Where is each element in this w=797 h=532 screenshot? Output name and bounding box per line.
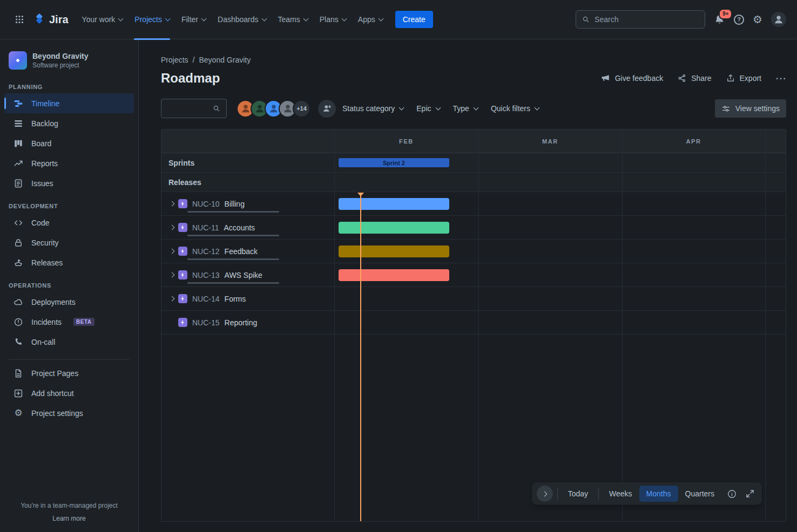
epic-row-nuc-10[interactable]: NUC-10 Billing [161, 192, 786, 216]
expand-chevron-icon[interactable] [166, 297, 178, 301]
sidebar-item-board[interactable]: Board [4, 133, 134, 153]
chevron-down-icon [435, 105, 441, 110]
profile-avatar[interactable] [771, 12, 786, 27]
epic-key: NUC-15 [192, 318, 220, 327]
sidebar-item-label: Issues [31, 179, 53, 188]
grid-icon [15, 15, 24, 24]
zoom-option-months[interactable]: Months [639, 486, 678, 502]
epic-bar[interactable] [339, 222, 449, 234]
sidebar-item-add-shortcut[interactable]: Add shortcut [4, 383, 134, 403]
chevron-down-icon [303, 16, 308, 21]
avatar-group: +14 [237, 100, 310, 118]
filter-status-category[interactable]: Status category [336, 99, 410, 118]
epic-row-nuc-13[interactable]: NUC-13 AWS Spike [161, 263, 786, 287]
epic-row-nuc-12[interactable]: NUC-12 Feedback [161, 240, 786, 263]
epic-row-nuc-14[interactable]: NUC-14 Forms [161, 287, 786, 311]
epic-icon [178, 318, 187, 327]
gear-icon: ⚙ [13, 408, 24, 418]
timeline-month-header: FEB MAR APR [161, 129, 786, 153]
view-settings-button[interactable]: View settings [715, 99, 786, 118]
timeline-toolbar: +14 Status category Epic Type Quick filt… [161, 99, 786, 118]
notifications-button[interactable]: 9+ [714, 14, 725, 25]
epic-bar[interactable] [339, 198, 449, 210]
epic-row-nuc-11[interactable]: NUC-11 Accounts [161, 216, 786, 240]
question-icon: ? [737, 16, 741, 23]
zoom-option-weeks[interactable]: Weeks [602, 486, 639, 502]
code-icon [13, 218, 24, 228]
nav-item-filter[interactable]: Filter [175, 0, 212, 39]
breadcrumb-projects[interactable]: Projects [161, 56, 188, 64]
project-header[interactable]: Beyond Gravity Software project [0, 45, 138, 74]
sidebar-item-label: Releases [31, 258, 63, 267]
global-search[interactable] [576, 10, 705, 29]
zoom-option-today[interactable]: Today [561, 486, 595, 502]
share-button[interactable]: Share [677, 73, 711, 83]
epic-row-nuc-15[interactable]: NUC-15 Reporting [161, 311, 786, 335]
epic-bar[interactable] [339, 245, 449, 257]
sprint-bar[interactable]: Sprint 2 [339, 158, 449, 167]
app-switcher-button[interactable] [11, 11, 28, 28]
main-content: Projects / Beyond Gravity Roadmap Give f… [139, 39, 797, 532]
export-button[interactable]: Export [726, 73, 761, 83]
filter-quick-filters[interactable]: Quick filters [484, 99, 545, 118]
sidebar-item-incidents[interactable]: Incidents BETA [4, 312, 134, 332]
nav-item-dashboards[interactable]: Dashboards [212, 0, 272, 39]
settings-button[interactable]: ⚙ [753, 14, 762, 25]
more-actions-button[interactable]: ⋯ [775, 72, 786, 85]
sidebar-item-reports[interactable]: Reports [4, 153, 134, 173]
timeline-search-input[interactable] [167, 104, 212, 113]
expand-chevron-icon[interactable] [166, 202, 178, 206]
sidebar-item-security[interactable]: Security [4, 233, 134, 253]
timeline-icon [13, 99, 24, 108]
today-marker-icon [357, 193, 364, 196]
nav-item-teams[interactable]: Teams [272, 0, 314, 39]
sidebar-item-timeline[interactable]: Timeline [4, 93, 134, 113]
breadcrumb-project-name[interactable]: Beyond Gravity [199, 56, 251, 64]
jira-logo-icon [33, 13, 45, 25]
expand-chevron-icon[interactable] [166, 226, 178, 229]
nav-item-projects[interactable]: Projects [129, 0, 175, 39]
jira-logo[interactable]: Jira [33, 13, 69, 26]
give-feedback-button[interactable]: Give feedback [600, 73, 664, 84]
sidebar-item-releases[interactable]: Releases [4, 253, 134, 272]
zoom-option-quarters[interactable]: Quarters [678, 486, 721, 502]
avatar-overflow-count[interactable]: +14 [293, 100, 310, 118]
epic-progress [187, 235, 279, 236]
nav-item-your-work[interactable]: Your work [76, 0, 129, 39]
development-list: Code Security Releases [0, 213, 138, 272]
create-button[interactable]: Create [395, 11, 433, 28]
ellipsis-icon: ⋯ [775, 72, 786, 85]
add-people-button[interactable] [318, 100, 336, 118]
filter-type[interactable]: Type [447, 99, 484, 118]
sidebar-item-label: Project settings [31, 409, 83, 418]
project-name: Beyond Gravity [32, 52, 88, 60]
info-icon[interactable] [724, 486, 740, 502]
sidebar-item-project-pages[interactable]: Project Pages [4, 363, 134, 383]
section-title-operations: OPERATIONS [0, 272, 138, 292]
nav-item-plans[interactable]: Plans [314, 0, 352, 39]
epic-name: Accounts [224, 223, 255, 232]
filter-epic[interactable]: Epic [410, 99, 446, 118]
epic-bar[interactable] [339, 269, 449, 281]
sidebar-item-on-call[interactable]: On-call [4, 332, 134, 352]
learn-more-link[interactable]: Learn more [4, 515, 134, 522]
sidebar-item-project-settings[interactable]: ⚙ Project settings [4, 403, 134, 423]
chevron-down-icon [201, 16, 207, 21]
sidebar-item-deployments[interactable]: Deployments [4, 292, 134, 312]
sidebar-item-backlog[interactable]: Backlog [4, 113, 134, 133]
sidebar-item-label: Code [31, 219, 49, 227]
nav-item-apps[interactable]: Apps [352, 0, 389, 39]
global-search-input[interactable] [595, 15, 699, 24]
epic-progress [187, 211, 279, 213]
sidebar-item-code[interactable]: Code [4, 213, 134, 233]
timeline-search[interactable] [161, 99, 227, 118]
sidebar-item-label: Board [31, 139, 51, 148]
project-type: Software project [32, 62, 88, 69]
epic-key: NUC-13 [192, 271, 220, 279]
expand-chevron-icon[interactable] [166, 273, 178, 277]
help-button[interactable]: ? [734, 15, 744, 25]
fullscreen-icon[interactable] [742, 486, 758, 502]
scroll-right-button[interactable] [537, 486, 553, 502]
expand-chevron-icon[interactable] [166, 249, 178, 253]
sidebar-item-issues[interactable]: Issues [4, 173, 134, 193]
